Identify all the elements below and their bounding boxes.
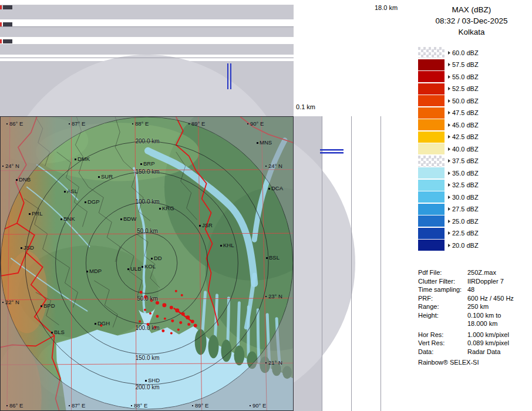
scale-label: 45.0 dBZ	[452, 122, 479, 129]
legend-scale-row: 25.0 dBZ	[418, 215, 479, 227]
tick-dot-icon	[250, 405, 251, 406]
geo-label-text: 23° N	[268, 293, 282, 299]
city-marker: DMK	[75, 156, 90, 162]
legend-scale-row: 57.5 dBZ	[418, 59, 479, 70]
scale-arrow-icon	[448, 63, 450, 66]
range-ring-label: 50.0 km	[137, 295, 158, 302]
height-axis-min-label: 0.1 km	[296, 103, 315, 110]
legend-scale-row: 30.0 dBZ	[418, 191, 479, 203]
city-label: DGH	[97, 320, 110, 326]
scale-label: 20.0 dBZ	[452, 242, 479, 249]
color-scale: 60.0 dBZ57.5 dBZ55.0 dBZ52.5 dBZ50.0 dBZ…	[418, 47, 479, 252]
city-dot-icon	[98, 176, 100, 178]
legend-scale-row: 60.0 dBZ	[418, 47, 479, 58]
tick-dot-icon	[69, 405, 70, 406]
info-label: Data:	[418, 348, 467, 356]
city-label: BLS	[54, 329, 65, 335]
scale-label: 52.5 dBZ	[452, 85, 479, 92]
legend-info-row: Height:0.100 km to	[418, 311, 514, 320]
lon-label: 88° E	[131, 402, 147, 409]
legend-color-swatch	[418, 215, 445, 227]
legend-scale-row: 47.5 dBZ	[418, 107, 479, 119]
city-dot-icon	[75, 159, 76, 160]
lon-label: 90° E	[247, 120, 264, 127]
legend-title: MAX (dBZ)	[411, 4, 532, 15]
tick-dot-icon	[265, 166, 267, 167]
scale-label: 60.0 dBZ	[452, 49, 479, 56]
city-dot-icon	[142, 266, 143, 268]
geo-label-text: 87° E	[72, 402, 85, 409]
scale-arrow-icon	[448, 99, 450, 103]
top-projection-graphic	[0, 0, 294, 116]
city-dot-icon	[145, 380, 147, 382]
legend-color-swatch	[418, 204, 445, 215]
legend-color-swatch	[418, 119, 445, 130]
range-ring-label: 50.0 km	[137, 228, 158, 234]
range-ring-label: 200.0 km	[135, 384, 159, 390]
city-dot-icon	[16, 179, 18, 181]
info-value: 18.000 km	[467, 320, 497, 327]
info-value: 0.089 km/pixel	[467, 339, 509, 346]
legend-color-swatch	[418, 156, 445, 167]
top-projection-panel	[0, 0, 294, 116]
info-value: 250Z.max	[467, 269, 496, 276]
city-dot-icon	[159, 208, 161, 210]
city-dot-icon	[86, 271, 88, 272]
city-label: BNK	[63, 215, 75, 222]
legend-title-block: MAX (dBZ) 08:32 / 03-Dec-2025 Kolkata	[411, 4, 532, 38]
scale-label: 42.5 dBZ	[452, 133, 479, 140]
legend-color-swatch	[418, 167, 445, 178]
city-marker: SUR	[98, 173, 113, 180]
scale-arrow-icon	[448, 111, 450, 114]
city-marker: DNB	[16, 176, 31, 183]
side-projection-graphic	[294, 116, 411, 411]
city-dot-icon	[21, 247, 22, 249]
scale-label: 57.5 dBZ	[452, 61, 479, 68]
geo-label-text: 88° E	[135, 120, 149, 127]
city-dot-icon	[199, 225, 201, 227]
geo-label-text: 22° N	[5, 299, 19, 305]
info-value: IIRDoppler 7	[467, 278, 504, 285]
legend-scale-row: 40.0 dBZ	[418, 143, 479, 154]
city-marker: JSR	[199, 222, 213, 228]
legend-scale-row: 42.5 dBZ	[418, 132, 479, 143]
legend-info-row: 18.000 km	[418, 319, 514, 328]
info-value: 600 Hz / 450 Hz	[467, 295, 514, 302]
legend-scale-row: 22.5 dBZ	[418, 228, 479, 239]
scale-label: 32.5 dBZ	[452, 181, 479, 188]
city-marker: DD	[151, 255, 162, 261]
lat-label: 22° N	[2, 299, 19, 305]
legend-color-swatch	[418, 107, 445, 119]
city-label: BRP	[143, 160, 155, 167]
scale-arrow-icon	[448, 147, 450, 151]
legend-info-row: Pdf File:250Z.max	[418, 268, 514, 277]
legend-color-swatch	[418, 180, 445, 191]
legend-color-swatch	[418, 71, 445, 82]
tick-dot-icon	[188, 123, 190, 124]
legend-info-row: Vert Res:0.089 km/pixel	[418, 339, 514, 348]
scale-arrow-icon	[448, 231, 450, 235]
legend-color-swatch	[418, 143, 445, 154]
scale-arrow-icon	[448, 135, 450, 139]
legend-color-swatch	[418, 47, 445, 58]
range-ring-label: 150.0 km	[135, 169, 159, 175]
scale-label: 47.5 dBZ	[452, 109, 479, 116]
city-marker: MNS	[257, 139, 272, 146]
city-dot-icon	[95, 323, 96, 325]
city-label: KOL	[144, 263, 156, 269]
tick-dot-icon	[2, 302, 4, 303]
city-marker: BNK	[60, 215, 75, 222]
geo-label-text: 89° E	[195, 402, 208, 409]
info-label: Range:	[418, 302, 467, 311]
range-ring-label: 100.0 km	[135, 198, 159, 205]
city-label: DCA	[271, 185, 283, 191]
lon-label: 90° E	[250, 402, 266, 409]
legend-station: Kolkata	[411, 26, 532, 38]
tick-dot-icon	[131, 405, 132, 406]
city-marker: ASL	[64, 188, 78, 194]
lat-label: 24° N	[2, 163, 19, 169]
city-label: ULB	[130, 265, 141, 272]
geo-label-text: 21° N	[268, 359, 282, 366]
city-dot-icon	[120, 218, 122, 220]
legend-scale-row: 55.0 dBZ	[418, 71, 479, 82]
